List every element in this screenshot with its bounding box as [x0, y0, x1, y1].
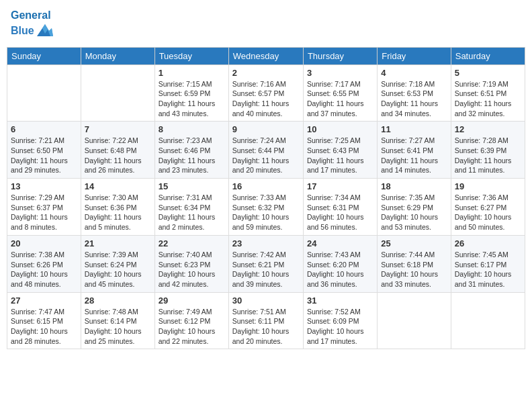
- calendar-cell: [81, 64, 154, 122]
- day-of-week-header: Sunday: [7, 47, 81, 64]
- calendar-cell: 29Sunrise: 7:49 AM Sunset: 6:12 PM Dayli…: [154, 292, 228, 349]
- calendar-cell: 10Sunrise: 7:25 AM Sunset: 6:43 PM Dayli…: [303, 122, 377, 179]
- calendar-cell: [7, 64, 81, 122]
- calendar-cell: 20Sunrise: 7:38 AM Sunset: 6:26 PM Dayli…: [7, 235, 81, 292]
- day-info: Sunrise: 7:24 AM Sunset: 6:44 PM Dayligh…: [232, 136, 300, 175]
- calendar-cell: 6Sunrise: 7:21 AM Sunset: 6:50 PM Daylig…: [7, 122, 81, 179]
- day-number: 12: [455, 124, 521, 134]
- calendar-cell: 5Sunrise: 7:19 AM Sunset: 6:51 PM Daylig…: [451, 64, 525, 122]
- calendar-cell: 26Sunrise: 7:45 AM Sunset: 6:17 PM Dayli…: [451, 235, 525, 292]
- day-number: 17: [307, 181, 373, 191]
- day-number: 27: [11, 295, 77, 306]
- day-info: Sunrise: 7:42 AM Sunset: 6:21 PM Dayligh…: [232, 250, 300, 289]
- day-number: 24: [307, 238, 373, 248]
- day-of-week-header: Thursday: [303, 47, 377, 64]
- calendar-cell: [378, 292, 451, 349]
- day-number: 16: [232, 181, 300, 191]
- calendar-cell: 13Sunrise: 7:29 AM Sunset: 6:37 PM Dayli…: [7, 179, 81, 236]
- day-number: 31: [307, 295, 373, 306]
- day-info: Sunrise: 7:16 AM Sunset: 6:57 PM Dayligh…: [232, 79, 300, 119]
- day-info: Sunrise: 7:49 AM Sunset: 6:12 PM Dayligh…: [159, 307, 225, 347]
- day-info: Sunrise: 7:40 AM Sunset: 6:23 PM Dayligh…: [159, 250, 225, 289]
- calendar-cell: [451, 292, 525, 349]
- day-info: Sunrise: 7:22 AM Sunset: 6:48 PM Dayligh…: [85, 136, 151, 175]
- day-info: Sunrise: 7:33 AM Sunset: 6:32 PM Dayligh…: [232, 193, 300, 232]
- day-info: Sunrise: 7:27 AM Sunset: 6:41 PM Dayligh…: [381, 136, 447, 175]
- day-info: Sunrise: 7:34 AM Sunset: 6:31 PM Dayligh…: [307, 193, 373, 232]
- day-number: 9: [232, 124, 300, 134]
- day-number: 23: [232, 238, 300, 248]
- day-number: 2: [232, 68, 300, 78]
- calendar-cell: 12Sunrise: 7:28 AM Sunset: 6:39 PM Dayli…: [451, 122, 525, 179]
- calendar-cell: 19Sunrise: 7:36 AM Sunset: 6:27 PM Dayli…: [451, 179, 525, 236]
- day-number: 21: [85, 238, 151, 248]
- day-info: Sunrise: 7:51 AM Sunset: 6:11 PM Dayligh…: [232, 307, 300, 347]
- day-number: 13: [11, 181, 77, 191]
- day-number: 15: [159, 181, 225, 191]
- day-of-week-header: Wednesday: [228, 47, 303, 64]
- day-number: 6: [11, 124, 77, 134]
- calendar-cell: 23Sunrise: 7:42 AM Sunset: 6:21 PM Dayli…: [228, 235, 303, 292]
- calendar-cell: 8Sunrise: 7:23 AM Sunset: 6:46 PM Daylig…: [154, 122, 228, 179]
- day-number: 1: [159, 68, 225, 78]
- day-info: Sunrise: 7:36 AM Sunset: 6:27 PM Dayligh…: [455, 193, 521, 232]
- day-number: 29: [159, 295, 225, 306]
- calendar-week-row: 27Sunrise: 7:47 AM Sunset: 6:15 PM Dayli…: [7, 292, 525, 349]
- calendar-table: SundayMondayTuesdayWednesdayThursdayFrid…: [7, 47, 525, 350]
- calendar-cell: 16Sunrise: 7:33 AM Sunset: 6:32 PM Dayli…: [228, 179, 303, 236]
- day-info: Sunrise: 7:31 AM Sunset: 6:34 PM Dayligh…: [159, 193, 225, 232]
- day-number: 26: [455, 238, 521, 248]
- day-info: Sunrise: 7:30 AM Sunset: 6:36 PM Dayligh…: [85, 193, 151, 232]
- day-info: Sunrise: 7:48 AM Sunset: 6:14 PM Dayligh…: [85, 307, 151, 347]
- page-header: General Blue: [7, 7, 525, 43]
- day-info: Sunrise: 7:39 AM Sunset: 6:24 PM Dayligh…: [85, 250, 151, 289]
- calendar-cell: 28Sunrise: 7:48 AM Sunset: 6:14 PM Dayli…: [81, 292, 154, 349]
- calendar-cell: 4Sunrise: 7:18 AM Sunset: 6:53 PM Daylig…: [378, 64, 451, 122]
- day-info: Sunrise: 7:18 AM Sunset: 6:53 PM Dayligh…: [381, 79, 447, 119]
- calendar-cell: 7Sunrise: 7:22 AM Sunset: 6:48 PM Daylig…: [81, 122, 154, 179]
- day-info: Sunrise: 7:21 AM Sunset: 6:50 PM Dayligh…: [11, 136, 77, 175]
- day-of-week-header: Saturday: [451, 47, 525, 64]
- day-number: 10: [307, 124, 373, 134]
- day-info: Sunrise: 7:47 AM Sunset: 6:15 PM Dayligh…: [11, 307, 77, 347]
- day-number: 18: [381, 181, 447, 191]
- calendar-header-row: SundayMondayTuesdayWednesdayThursdayFrid…: [7, 47, 525, 64]
- day-of-week-header: Friday: [378, 47, 451, 64]
- day-of-week-header: Tuesday: [154, 47, 228, 64]
- day-info: Sunrise: 7:29 AM Sunset: 6:37 PM Dayligh…: [11, 193, 77, 232]
- logo: General Blue: [11, 9, 54, 40]
- day-info: Sunrise: 7:17 AM Sunset: 6:55 PM Dayligh…: [307, 79, 373, 119]
- calendar-cell: 21Sunrise: 7:39 AM Sunset: 6:24 PM Dayli…: [81, 235, 154, 292]
- calendar-cell: 30Sunrise: 7:51 AM Sunset: 6:11 PM Dayli…: [228, 292, 303, 349]
- day-number: 25: [381, 238, 447, 248]
- day-info: Sunrise: 7:28 AM Sunset: 6:39 PM Dayligh…: [455, 136, 521, 175]
- day-number: 8: [159, 124, 225, 134]
- calendar-cell: 18Sunrise: 7:35 AM Sunset: 6:29 PM Dayli…: [378, 179, 451, 236]
- day-info: Sunrise: 7:45 AM Sunset: 6:17 PM Dayligh…: [455, 250, 521, 289]
- day-info: Sunrise: 7:25 AM Sunset: 6:43 PM Dayligh…: [307, 136, 373, 175]
- calendar-cell: 25Sunrise: 7:44 AM Sunset: 6:18 PM Dayli…: [378, 235, 451, 292]
- day-of-week-header: Monday: [81, 47, 154, 64]
- day-number: 5: [455, 68, 521, 78]
- calendar-cell: 22Sunrise: 7:40 AM Sunset: 6:23 PM Dayli…: [154, 235, 228, 292]
- day-number: 30: [232, 295, 300, 306]
- day-number: 14: [85, 181, 151, 191]
- calendar-cell: 3Sunrise: 7:17 AM Sunset: 6:55 PM Daylig…: [303, 64, 377, 122]
- day-info: Sunrise: 7:19 AM Sunset: 6:51 PM Dayligh…: [455, 79, 521, 119]
- day-info: Sunrise: 7:52 AM Sunset: 6:09 PM Dayligh…: [307, 307, 373, 347]
- logo-icon: [36, 21, 54, 40]
- calendar-week-row: 1Sunrise: 7:15 AM Sunset: 6:59 PM Daylig…: [7, 64, 525, 122]
- day-number: 28: [85, 295, 151, 306]
- calendar-cell: 31Sunrise: 7:52 AM Sunset: 6:09 PM Dayli…: [303, 292, 377, 349]
- day-info: Sunrise: 7:43 AM Sunset: 6:20 PM Dayligh…: [307, 250, 373, 289]
- calendar-cell: 17Sunrise: 7:34 AM Sunset: 6:31 PM Dayli…: [303, 179, 377, 236]
- calendar-cell: 15Sunrise: 7:31 AM Sunset: 6:34 PM Dayli…: [154, 179, 228, 236]
- calendar-week-row: 20Sunrise: 7:38 AM Sunset: 6:26 PM Dayli…: [7, 235, 525, 292]
- day-number: 3: [307, 68, 373, 78]
- calendar-cell: 27Sunrise: 7:47 AM Sunset: 6:15 PM Dayli…: [7, 292, 81, 349]
- calendar-cell: 24Sunrise: 7:43 AM Sunset: 6:20 PM Dayli…: [303, 235, 377, 292]
- day-info: Sunrise: 7:44 AM Sunset: 6:18 PM Dayligh…: [381, 250, 447, 289]
- day-number: 7: [85, 124, 151, 134]
- logo-text: General Blue: [11, 9, 54, 40]
- calendar-week-row: 13Sunrise: 7:29 AM Sunset: 6:37 PM Dayli…: [7, 179, 525, 236]
